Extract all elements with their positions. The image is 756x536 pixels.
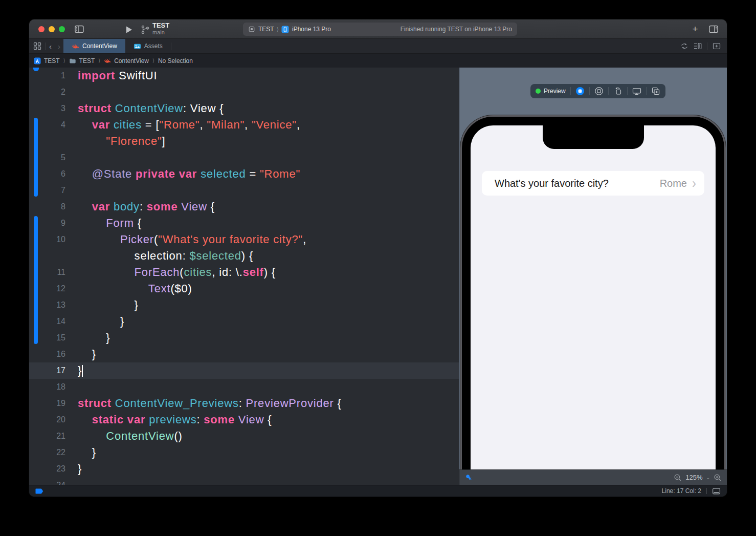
code-line[interactable]: 3struct ContentView: View {	[29, 100, 459, 117]
code-rows: 1import SwiftUI23struct ContentView: Vie…	[29, 68, 459, 485]
line-number[interactable]: 15	[29, 330, 65, 346]
code-line[interactable]: 8 var body: some View {	[29, 199, 459, 215]
code-line[interactable]: 14 }	[29, 313, 459, 330]
line-number[interactable]: 9	[29, 215, 65, 231]
line-number[interactable]: 3	[29, 100, 65, 117]
line-number[interactable]: 10	[29, 231, 65, 248]
zoom-level-value[interactable]: 125%	[685, 474, 702, 481]
line-number[interactable]: 17	[29, 362, 65, 379]
breadcrumb-group[interactable]: TEST	[79, 57, 95, 65]
code-editor[interactable]: 1import SwiftUI23struct ContentView: Vie…	[29, 68, 459, 485]
code-line[interactable]: 13 }	[29, 297, 459, 313]
debug-bar: Line: 17 Col: 2	[29, 485, 727, 497]
pin-preview-icon[interactable]	[464, 473, 474, 482]
xcode-window: TEST main TEST ⟩ iPhone 13 Pro Finished …	[29, 19, 727, 497]
line-number[interactable]: 12	[29, 281, 65, 297]
git-branch-icon	[140, 25, 150, 35]
code-line[interactable]: 6 @State private var selected = "Rome"	[29, 166, 459, 182]
breakpoint-toggle-icon[interactable]	[35, 488, 44, 494]
code-line[interactable]: 23}	[29, 461, 459, 477]
code-line[interactable]: 7	[29, 182, 459, 199]
breadcrumb-chevron: ⟩	[63, 58, 65, 63]
git-branch-name[interactable]: main	[152, 29, 165, 35]
activity-status-message: Finished running TEST on iPhone 13 Pro	[401, 26, 512, 33]
add-editor-icon[interactable]	[713, 42, 721, 50]
code-line[interactable]: 9 Form {	[29, 215, 459, 231]
line-number[interactable]: 4	[29, 117, 65, 133]
breadcrumb-chevron: ⟩	[152, 58, 154, 63]
line-number[interactable]: 20	[29, 412, 65, 428]
line-number[interactable]: 8	[29, 199, 65, 215]
line-number[interactable]: 14	[29, 313, 65, 330]
editor-bottom-panel-icon[interactable]	[712, 487, 721, 496]
line-number[interactable]: 21	[29, 428, 65, 444]
line-number[interactable]: 5	[29, 149, 65, 166]
line-number[interactable]: 2	[29, 84, 65, 100]
code-line[interactable]: 24	[29, 477, 459, 485]
code-line[interactable]: 15 }	[29, 330, 459, 346]
scheme-project-name[interactable]: TEST	[152, 22, 169, 29]
breadcrumb-selection[interactable]: No Selection	[158, 57, 193, 65]
toggle-left-sidebar-icon[interactable]	[74, 24, 84, 34]
code-line[interactable]: 20 static var previews: some View {	[29, 412, 459, 428]
line-number[interactable]: 7	[29, 182, 65, 199]
zoom-window-button[interactable]	[59, 26, 65, 32]
code-review-icon[interactable]	[680, 42, 688, 50]
minimize-window-button[interactable]	[49, 26, 55, 32]
line-number[interactable]: 19	[29, 395, 65, 412]
tab-label: Assets	[144, 42, 163, 50]
toggle-right-sidebar-icon[interactable]	[708, 24, 719, 34]
tab-assets[interactable]: Assets	[125, 39, 171, 53]
line-number[interactable]	[29, 133, 65, 149]
line-number[interactable]: 11	[29, 264, 65, 281]
code-line[interactable]: 16 }	[29, 346, 459, 362]
orientation-variants-button[interactable]	[613, 87, 622, 96]
run-button[interactable]	[124, 25, 134, 35]
assets-file-icon	[134, 42, 141, 50]
code-line[interactable]: 21 ContentView()	[29, 428, 459, 444]
preview-bottom-bar: 125% ⌄	[459, 469, 727, 485]
duplicate-preview-button[interactable]	[651, 87, 660, 96]
code-line[interactable]: selection: $selected) {	[29, 248, 459, 264]
code-line[interactable]: 4 var cities = ["Rome", "Milan", "Venice…	[29, 117, 459, 133]
selectable-mode-button[interactable]	[594, 87, 604, 96]
related-items-icon[interactable]	[29, 39, 46, 53]
code-line[interactable]: 10 Picker("What's your favorite city?",	[29, 231, 459, 248]
code-line[interactable]: 11 ForEach(cities, id: \.self) {	[29, 264, 459, 281]
line-number[interactable]: 22	[29, 444, 65, 461]
line-number[interactable]: 6	[29, 166, 65, 182]
line-number[interactable]: 13	[29, 297, 65, 313]
breadcrumb-file[interactable]: ContentView	[114, 57, 149, 65]
device-settings-button[interactable]	[632, 87, 641, 96]
line-number[interactable]: 16	[29, 346, 65, 362]
code-line[interactable]: 18	[29, 379, 459, 395]
code-line[interactable]: 17}	[29, 362, 459, 379]
chevron-right-icon: ›	[692, 178, 696, 189]
zoom-in-icon[interactable]	[714, 474, 722, 482]
add-tab-button[interactable]: +	[690, 24, 700, 34]
code-line[interactable]: 12 Text($0)	[29, 281, 459, 297]
navigate-forward-button[interactable]: ›	[55, 42, 63, 51]
tab-bar: ‹ › ContentView Assets	[29, 39, 727, 54]
favorite-city-picker-row[interactable]: What's your favorite city? Rome ›	[482, 171, 704, 196]
live-preview-button[interactable]	[575, 87, 585, 96]
line-number[interactable]: 24	[29, 477, 65, 485]
line-number[interactable]: 23	[29, 461, 65, 477]
adjust-editor-options-icon[interactable]	[694, 42, 702, 50]
code-line[interactable]: 1import SwiftUI	[29, 68, 459, 84]
line-number[interactable]	[29, 248, 65, 264]
tab-contentview[interactable]: ContentView	[63, 39, 125, 53]
code-line[interactable]: 5	[29, 149, 459, 166]
chevron-down-icon[interactable]: ⌄	[706, 475, 710, 480]
code-line[interactable]: 19struct ContentView_Previews: PreviewPr…	[29, 395, 459, 412]
code-line[interactable]: 2	[29, 84, 459, 100]
close-window-button[interactable]	[38, 26, 45, 32]
code-line[interactable]: "Florence"]	[29, 133, 459, 149]
navigate-back-button[interactable]: ‹	[46, 42, 55, 51]
code-line[interactable]: 22 }	[29, 444, 459, 461]
breadcrumb-project[interactable]: TEST	[44, 57, 60, 65]
activity-status-pill[interactable]: TEST ⟩ iPhone 13 Pro Finished running TE…	[243, 23, 517, 36]
line-number[interactable]: 1	[29, 68, 65, 84]
line-number[interactable]: 18	[29, 379, 65, 395]
zoom-out-icon[interactable]	[674, 474, 682, 482]
